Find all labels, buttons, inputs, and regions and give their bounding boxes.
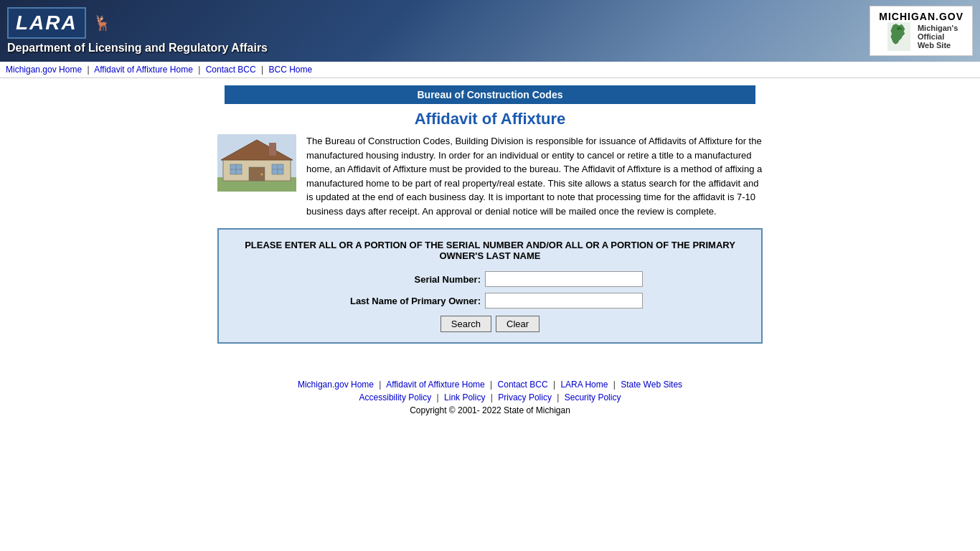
header: LARA 🦌 Department of Licensing and Regul… xyxy=(0,0,980,62)
footer-security-policy[interactable]: Security Policy xyxy=(565,392,621,402)
copyright-text: Copyright © 2001- 2022 State of Michigan xyxy=(0,405,980,415)
last-name-input[interactable] xyxy=(485,293,643,309)
dept-name: Department of Licensing and Regulatory A… xyxy=(7,42,268,55)
serial-number-input[interactable] xyxy=(485,271,643,287)
deer-icon: 🦌 xyxy=(93,14,111,32)
svg-rect-15 xyxy=(269,143,276,156)
blue-title-bar: Bureau of Construction Codes xyxy=(225,85,755,104)
search-box: PLEASE ENTER ALL OR A PORTION OF THE SER… xyxy=(217,228,763,344)
michigan-gov-badge: MICHIGAN.GOV Michigan's Official Web Sit… xyxy=(870,6,973,56)
lara-logo: LARA 🦌 xyxy=(7,7,268,39)
footer-row1: Michigan.gov Home | Affidavit of Affixtu… xyxy=(0,380,980,390)
footer-lara-home[interactable]: LARA Home xyxy=(560,380,608,390)
nav-sep-1: | xyxy=(87,65,89,75)
footer: Michigan.gov Home | Affidavit of Affixtu… xyxy=(0,380,980,430)
footer-michigan-home[interactable]: Michigan.gov Home xyxy=(298,380,374,390)
house-illustration xyxy=(217,134,296,192)
footer-accessibility[interactable]: Accessibility Policy xyxy=(359,392,432,402)
last-name-row: Last Name of Primary Owner: xyxy=(229,293,751,309)
header-left: LARA 🦌 Department of Licensing and Regul… xyxy=(7,7,268,55)
button-row: Search Clear xyxy=(229,316,751,332)
search-instruction: PLEASE ENTER ALL OR A PORTION OF THE SER… xyxy=(229,240,751,261)
last-name-label: Last Name of Primary Owner: xyxy=(337,296,481,306)
nav-sep-3: | xyxy=(261,65,263,75)
serial-number-row: Serial Number: xyxy=(229,271,751,287)
page-title: Affidavit of Affixture xyxy=(217,110,763,128)
main-content: Bureau of Construction Codes Affidavit o… xyxy=(217,78,763,365)
content-area: The Bureau of Construction Codes, Buildi… xyxy=(217,134,763,218)
nav-contact-bcc[interactable]: Contact BCC xyxy=(206,65,256,75)
house-icon-area xyxy=(217,134,296,194)
nav-sep-2: | xyxy=(198,65,200,75)
svg-point-14 xyxy=(261,174,263,176)
footer-contact-bcc[interactable]: Contact BCC xyxy=(498,380,548,390)
clear-button[interactable]: Clear xyxy=(496,316,540,332)
footer-privacy-policy[interactable]: Privacy Policy xyxy=(498,392,552,402)
michigan-gov-title: MICHIGAN.GOV xyxy=(879,11,963,22)
footer-affidavit-home[interactable]: Affidavit of Affixture Home xyxy=(386,380,485,390)
nav-bcc-home[interactable]: BCC Home xyxy=(268,65,312,75)
search-button[interactable]: Search xyxy=(440,316,491,332)
footer-row2: Accessibility Policy | Link Policy | Pri… xyxy=(0,392,980,402)
nav-michigan-home[interactable]: Michigan.gov Home xyxy=(6,65,82,75)
footer-link-policy[interactable]: Link Policy xyxy=(444,392,485,402)
michigan-official-text: Michigan's Official Web Site xyxy=(918,24,958,50)
serial-number-label: Serial Number: xyxy=(337,274,481,285)
nav-bar: Michigan.gov Home | Affidavit of Affixtu… xyxy=(0,62,980,78)
michigan-gov-inner: Michigan's Official Web Site xyxy=(885,22,958,51)
description-text: The Bureau of Construction Codes, Buildi… xyxy=(306,134,763,218)
nav-affidavit-home[interactable]: Affidavit of Affixture Home xyxy=(94,65,193,75)
michigan-map-icon xyxy=(885,22,913,51)
footer-state-websites[interactable]: State Web Sites xyxy=(621,380,682,390)
lara-wordmark: LARA xyxy=(7,7,86,39)
